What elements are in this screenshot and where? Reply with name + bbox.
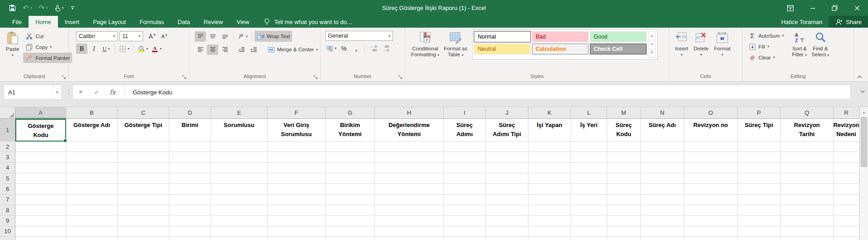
cell-j4[interactable] [486,163,528,173]
cell-g5[interactable] [326,173,375,184]
cell-p3[interactable] [738,152,781,162]
cell-n9[interactable] [641,216,684,226]
redo-button[interactable]: ↷▾ [38,5,48,12]
cell-g10[interactable] [326,226,375,237]
cell-m2[interactable] [607,142,641,152]
cell-o10[interactable] [684,226,738,237]
format-cells-button[interactable]: Format ▾ [712,29,733,59]
cell-e8[interactable] [211,205,268,216]
alignment-dialog-launcher[interactable] [313,75,318,80]
find-select-button[interactable]: Find & Select ▾ [809,29,831,63]
cell-d6[interactable] [169,184,211,194]
cell-g7[interactable] [326,195,375,205]
cell-p8[interactable] [738,205,781,216]
cell-a2[interactable] [15,142,66,152]
cell-c10[interactable] [118,226,169,237]
font-color-button[interactable]: A ▾ [150,44,163,54]
cell-partial-o[interactable] [684,237,738,240]
cell-e6[interactable] [211,184,268,194]
row-header-6[interactable]: 6 [0,184,15,194]
conditional-formatting-button[interactable]: ≠ Conditional Formatting ▾ [409,29,441,59]
style-gallery-more-button[interactable]: ▾ [648,49,655,57]
cell-r6[interactable] [834,184,859,194]
column-header-f[interactable]: F [268,107,326,118]
row-header-partial[interactable] [0,237,15,240]
cell-n10[interactable] [641,226,684,237]
undo-button[interactable]: ↶▾ [23,5,32,12]
cell-style-check-cell[interactable]: Check Cell [590,44,647,54]
cell-e5[interactable] [211,173,268,184]
cell-i4[interactable] [444,163,486,173]
cell-l5[interactable] [571,173,607,184]
cell-n7[interactable] [641,195,684,205]
row-header-3[interactable]: 3 [0,152,15,162]
cell-q1[interactable]: Revizyon Tarihi [781,119,834,142]
cell-g4[interactable] [326,163,375,173]
cell-c5[interactable] [118,173,169,184]
tab-view[interactable]: View [230,16,256,28]
cell-g1[interactable]: Birikim Yöntemi [326,119,375,142]
cell-n1[interactable]: Süreç Adı [641,119,684,142]
tab-file[interactable]: File [5,16,29,28]
cell-n5[interactable] [641,173,684,184]
cell-j8[interactable] [486,205,528,216]
wrap-text-button[interactable]: Wrap Text [254,31,292,42]
cell-l4[interactable] [571,163,607,173]
cell-e1[interactable]: Sorumlusu [211,119,268,142]
comma-style-button[interactable]: , [350,43,362,54]
decrease-indent-button[interactable] [236,44,247,55]
column-header-b[interactable]: B [66,107,118,118]
formula-input[interactable]: Gösterge Kodu [125,89,172,96]
cell-l1[interactable]: İş Yeri [571,119,607,142]
enter-entry-button[interactable]: ✓ [89,85,105,99]
cell-f7[interactable] [268,195,326,205]
cell-l7[interactable] [571,195,607,205]
cell-partial-d[interactable] [169,237,211,240]
user-name[interactable]: Hatice Toraman [781,16,822,28]
cell-partial-i[interactable] [444,237,486,240]
delete-cells-button[interactable]: Delete ▾ [691,29,711,59]
cell-l9[interactable] [571,216,607,226]
cell-i1[interactable]: Süreç Adımı [444,119,486,142]
sort-filter-button[interactable]: AZ Sort & Filter ▾ [790,29,809,63]
name-box[interactable]: A1 ▾ [4,85,62,99]
tell-me-box[interactable]: Tell me what you want to do… [263,16,352,28]
save-button[interactable] [9,5,16,11]
insert-function-button[interactable]: fx [105,85,120,99]
tab-formulas[interactable]: Formulas [133,16,171,28]
cell-k3[interactable] [528,152,571,162]
cell-m8[interactable] [607,205,641,216]
cell-d5[interactable] [169,173,211,184]
cell-l8[interactable] [571,205,607,216]
cell-e7[interactable] [211,195,268,205]
cell-h5[interactable] [375,173,444,184]
merge-center-button[interactable]: Merge & Center ▾ [265,44,320,55]
cell-n8[interactable] [641,205,684,216]
cell-partial-e[interactable] [211,237,268,240]
customize-quick-access-button[interactable]: ▾ [71,6,75,10]
cell-partial-j[interactable] [486,237,528,240]
cell-c6[interactable] [118,184,169,194]
cell-h1[interactable]: Değerlendirme Yöntemi [375,119,444,142]
autosum-button[interactable]: Σ AutoSum ▾ [746,30,786,41]
cell-partial-r[interactable] [834,237,859,240]
cell-n3[interactable] [641,152,684,162]
paste-button[interactable]: Paste ▾ [4,30,21,63]
cell-b10[interactable] [66,226,118,237]
touch-mode-button[interactable]: ▾ [55,5,64,11]
number-format-select[interactable]: General▾ [325,31,393,41]
row-header-8[interactable]: 8 [0,205,15,216]
format-painter-button[interactable]: Format Painter [23,53,72,63]
column-header-a[interactable]: A [15,107,66,118]
cell-a6[interactable] [15,184,66,194]
cell-o6[interactable] [684,184,738,194]
tab-home[interactable]: Home [29,16,58,28]
cell-f1[interactable]: Veri Giriş Sorumlusu [268,119,326,142]
cell-partial-b[interactable] [66,237,118,240]
row-header-10[interactable]: 10 [0,226,15,237]
cell-a8[interactable] [15,205,66,216]
cell-partial-f[interactable] [268,237,326,240]
italic-button[interactable]: I [88,44,100,54]
format-as-table-button[interactable]: Format as Table ▾ [441,29,470,59]
cell-a10[interactable] [15,226,66,237]
